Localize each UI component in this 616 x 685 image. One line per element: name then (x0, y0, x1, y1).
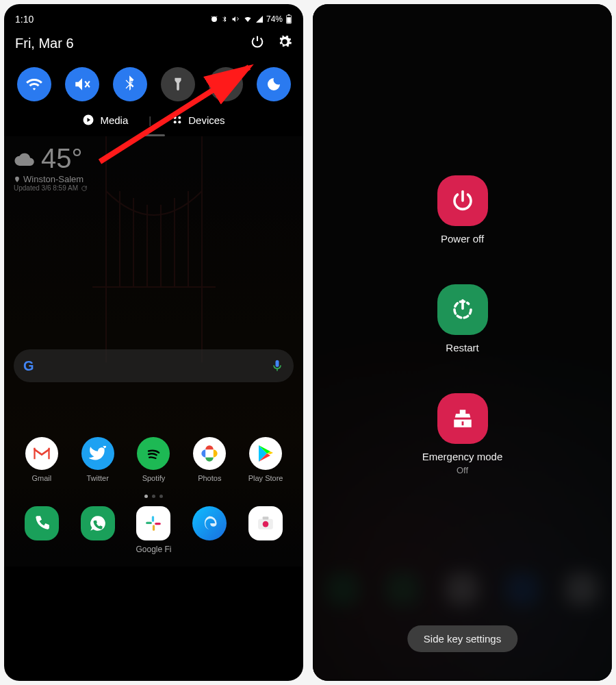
qs-flashlight[interactable] (161, 67, 195, 101)
power-save-icon (218, 75, 233, 93)
wifi-status-icon (243, 15, 253, 23)
power-off-icon (437, 175, 488, 226)
qs-dnd[interactable] (257, 67, 291, 101)
battery-percent: 74% (266, 14, 283, 24)
power-icon (250, 34, 265, 49)
status-bar: 1:10 74% (4, 4, 303, 29)
settings-button[interactable] (277, 34, 292, 52)
power-off-label: Power off (441, 233, 484, 245)
qs-wifi[interactable] (17, 67, 51, 101)
dnd-moon-icon (266, 76, 282, 92)
bluetooth-icon (123, 75, 138, 93)
emergency-icon (437, 393, 488, 444)
svg-rect-14 (263, 516, 269, 519)
spotify-icon (137, 437, 170, 470)
qs-powersave[interactable] (209, 67, 243, 101)
weather-widget[interactable]: 45° Winston-Salem Updated 3/6 8:59 AM (14, 143, 294, 192)
app-gmail[interactable]: Gmail (21, 437, 62, 482)
media-label: Media (100, 114, 128, 126)
svg-rect-10 (153, 525, 155, 531)
quick-settings-row (4, 58, 303, 111)
svg-rect-9 (146, 522, 153, 524)
playstore-icon (249, 437, 282, 470)
location-label: Winston-Salem (23, 174, 84, 184)
power-off-button[interactable]: Power off (437, 175, 488, 245)
google-g-icon: G (23, 358, 34, 374)
restart-icon (437, 284, 488, 335)
svg-point-7 (179, 121, 181, 123)
app-photos[interactable]: Photos (189, 437, 230, 482)
battery-icon (285, 14, 292, 24)
svg-rect-2 (287, 17, 291, 23)
whatsapp-icon (89, 514, 107, 532)
emergency-mode-button[interactable]: Emergency mode Off (422, 393, 503, 475)
app-label: Play Store (248, 474, 283, 482)
edge-icon (200, 514, 219, 533)
emergency-state: Off (457, 465, 468, 475)
media-button[interactable]: Media (82, 114, 128, 126)
app-label: Gmail (32, 474, 52, 482)
mute-vibrate-icon (73, 75, 91, 93)
photos-icon (193, 437, 226, 470)
app-label: Photos (198, 474, 221, 482)
dock (14, 506, 294, 540)
app-twitter[interactable]: Twitter (77, 437, 118, 482)
side-key-label: Side key settings (424, 633, 501, 645)
twitter-icon (81, 437, 114, 470)
app-playstore[interactable]: Play Store (245, 437, 286, 482)
svg-point-4 (174, 116, 177, 119)
qs-bluetooth[interactable] (113, 67, 147, 101)
restart-button[interactable]: Restart (437, 284, 488, 353)
svg-rect-1 (288, 14, 290, 15)
svg-rect-8 (152, 516, 154, 522)
app-label: Spotify (142, 474, 166, 482)
devices-button[interactable]: Devices (172, 114, 224, 126)
dock-whatsapp[interactable] (81, 506, 115, 540)
svg-point-13 (263, 521, 269, 527)
date-row: Fri, Mar 6 (4, 29, 303, 58)
dock-center-label: Google Fi (14, 545, 294, 554)
qs-mute[interactable] (65, 67, 99, 101)
bluetooth-status-icon (221, 15, 228, 23)
signal-icon (255, 15, 264, 23)
alarm-icon (210, 15, 218, 23)
mute-status-icon (231, 15, 240, 23)
side-key-settings-button[interactable]: Side key settings (407, 625, 517, 652)
google-search-bar[interactable]: G (14, 349, 294, 382)
wifi-icon (25, 75, 43, 93)
dock-edge[interactable] (192, 506, 227, 540)
clock: 1:10 (15, 14, 34, 25)
devices-label: Devices (188, 114, 224, 126)
power-menu-screenshot: Power off Restart Emergency mode Off Sid… (313, 4, 612, 681)
dock-camera[interactable] (248, 506, 283, 540)
media-devices-row: Media | Devices (4, 111, 303, 133)
power-button[interactable] (250, 34, 265, 52)
emergency-label: Emergency mode (422, 451, 503, 462)
restart-label: Restart (446, 342, 478, 353)
updated-label: Updated 3/6 8:59 AM (14, 184, 78, 192)
svg-point-5 (179, 116, 181, 119)
dock-phone[interactable] (25, 506, 59, 540)
dock-slack[interactable] (136, 506, 170, 540)
location-pin-icon (14, 175, 21, 184)
separator: | (149, 114, 151, 126)
devices-grid-icon (172, 114, 183, 125)
camera-icon (257, 516, 274, 531)
gmail-icon (25, 437, 58, 470)
homescreen: 45° Winston-Salem Updated 3/6 8:59 AM G (4, 136, 303, 566)
phone-icon (33, 514, 51, 532)
date-label: Fri, Mar 6 (15, 36, 74, 51)
temperature: 45° (41, 143, 83, 174)
gear-icon (277, 34, 292, 49)
svg-point-6 (174, 121, 177, 123)
slack-icon (144, 514, 162, 532)
app-spotify[interactable]: Spotify (133, 437, 174, 482)
svg-rect-11 (155, 523, 162, 525)
play-circle-icon (82, 114, 94, 126)
app-grid: Gmail Twitter Spotify Photos (14, 437, 294, 482)
app-label: Twitter (86, 474, 108, 482)
flashlight-icon (170, 75, 185, 93)
cloud-icon (14, 149, 37, 169)
notification-panel-screenshot: 1:10 74% Fri, Mar 6 (4, 4, 303, 681)
mic-icon (270, 358, 284, 373)
